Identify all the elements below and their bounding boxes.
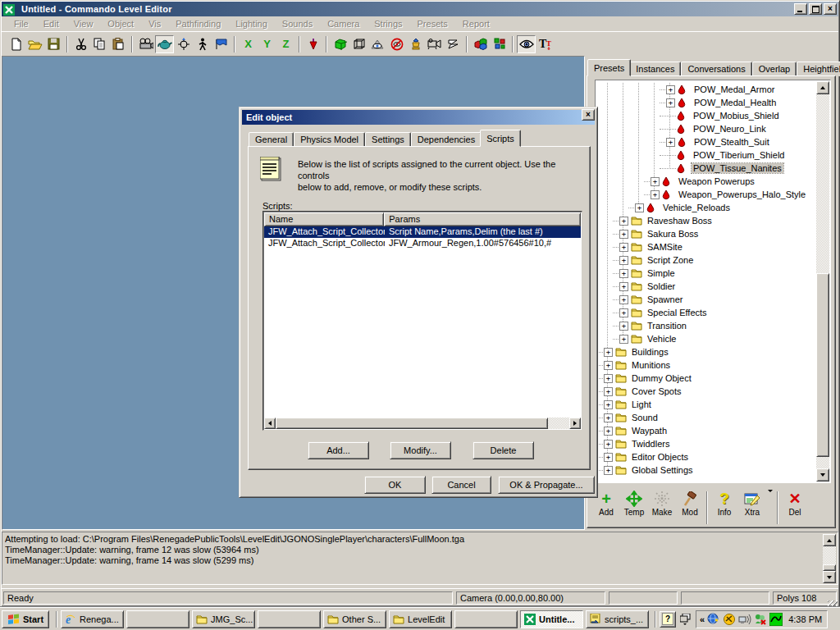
tree-item-pow-mobius-shield[interactable]: POW_Mobius_Shield (596, 109, 816, 122)
tree-item-sakura-boss[interactable]: +Sakura Boss (596, 227, 816, 240)
panel-tab-overlap[interactable]: Overlap (752, 62, 797, 76)
expand-toggle[interactable]: + (604, 466, 613, 475)
tree-item-label[interactable]: Sound (630, 413, 660, 422)
expand-toggle[interactable]: + (666, 98, 675, 107)
tree-item-editor-objects[interactable]: +Editor Objects (596, 450, 816, 463)
tree-item-waypath[interactable]: +Waypath (596, 424, 816, 437)
toolbar-cube-solid-button[interactable] (331, 35, 349, 53)
tree-item-label[interactable]: Vehicle_Reloads (661, 203, 732, 212)
task-button-scripts-[interactable]: scripts_... (586, 610, 649, 628)
script-row[interactable]: JFW_Attach_Script_CollectorJFW_Armour_Re… (264, 238, 581, 249)
menu-object[interactable]: Object (100, 17, 141, 30)
expand-toggle[interactable]: + (666, 85, 675, 94)
menu-strings[interactable]: Strings (367, 17, 409, 30)
expand-toggle[interactable]: + (651, 177, 660, 186)
tree-item-pow-tiberium-shield[interactable]: POW_Tiberium_Shield (596, 148, 816, 162)
log-scroll-down[interactable] (823, 571, 836, 583)
tree-item-label[interactable]: POW_Medal_Armor (692, 84, 776, 94)
tree-item-pow-tissue-nanites[interactable]: POW_Tissue_Nanites (596, 162, 816, 175)
tree-item-label[interactable]: Waypath (630, 426, 669, 436)
menu-sounds[interactable]: Sounds (275, 17, 320, 30)
tree-item-label[interactable]: Spawner (646, 294, 684, 304)
tree-item-script-zone[interactable]: +Script Zone (596, 253, 816, 267)
network-activity-icon[interactable] (738, 613, 751, 626)
tree-item-label[interactable]: Sakura Boss (646, 229, 700, 239)
expand-toggle[interactable]: + (604, 427, 613, 436)
toolbar-cube-wire-button[interactable] (349, 35, 368, 53)
cancel-button[interactable]: Cancel (431, 476, 491, 494)
menu-lighting[interactable]: Lighting (228, 17, 275, 30)
toolbar-paste-button[interactable] (109, 35, 128, 53)
expand-toggle[interactable]: + (619, 217, 628, 226)
toolbar-polygon-button[interactable] (444, 35, 463, 53)
tree-item-label[interactable]: Script Zone (646, 255, 695, 265)
log-scroll-track[interactable] (823, 546, 836, 564)
tree-item-sound[interactable]: +Sound (596, 411, 816, 424)
tree-item-label[interactable]: Soldier (646, 281, 677, 291)
toolbar-eye-select-button[interactable] (368, 35, 387, 53)
tree-item-label[interactable]: Special Effects (646, 308, 709, 317)
tree-item-raveshaw-boss[interactable]: +Raveshaw Boss (596, 214, 816, 227)
tree-item-label[interactable]: POW_Mobius_Shield (692, 111, 781, 121)
expand-toggle[interactable]: + (619, 230, 628, 239)
tree-item-soldier[interactable]: +Soldier (596, 280, 816, 293)
toolbar-save-button[interactable] (44, 35, 63, 53)
task-button-empty[interactable] (126, 610, 189, 628)
start-button[interactable]: Start (2, 610, 49, 628)
toolbar-eye-off-button[interactable] (387, 35, 406, 53)
toolbar-visibility-button[interactable] (517, 35, 536, 53)
toolbar-teapot-button[interactable] (155, 35, 174, 53)
list-scroll-track[interactable] (548, 418, 569, 429)
tree-item-twiddlers[interactable]: +Twiddlers (596, 437, 816, 450)
expand-toggle[interactable]: + (604, 387, 613, 396)
menu-camera[interactable]: Camera (320, 17, 367, 30)
tree-item-label[interactable]: Global Settings (630, 465, 695, 475)
menu-pathfinding[interactable]: Pathfinding (168, 17, 228, 30)
expand-toggle[interactable]: + (604, 413, 613, 422)
tree-item-label[interactable]: POW_Stealth_Suit (692, 137, 771, 147)
tree-item-pow-neuro-link[interactable]: POW_Neuro_Link (596, 122, 816, 135)
modify-script-button[interactable]: Modify... (390, 441, 451, 459)
toolbar-cut-button[interactable] (71, 35, 90, 53)
tree-item-label[interactable]: Munitions (630, 360, 672, 370)
preset-xtra-button[interactable]: Xtra (738, 490, 766, 517)
tree-item-spawner[interactable]: +Spawner (596, 293, 816, 306)
expand-toggle[interactable]: + (651, 190, 660, 199)
ok-propagate-button[interactable]: OK & Propagate... (498, 476, 595, 494)
toolbar-screen-camera-button[interactable] (136, 35, 155, 53)
toolbar-walk-button[interactable] (193, 35, 212, 53)
preset-del-button[interactable]: ✕Del (781, 490, 809, 517)
dialog-tab-dependencies[interactable]: Dependencies (411, 132, 482, 147)
tree-item-label[interactable]: POW_Tiberium_Shield (692, 150, 786, 160)
tree-scroll-up[interactable] (816, 81, 829, 94)
panel-tab-instances[interactable]: Instances (629, 62, 681, 76)
list-scroll-right[interactable] (569, 418, 581, 429)
script-row[interactable]: JFW_Attach_Script_CollectorScript Name,P… (264, 226, 581, 238)
preset-mod-button[interactable]: Mod (676, 490, 704, 517)
toolbar-orbit-button[interactable] (174, 35, 193, 53)
add-script-button[interactable]: Add... (308, 441, 369, 459)
sound-wave-icon[interactable] (769, 613, 783, 626)
expand-toggle[interactable]: + (619, 282, 628, 291)
tree-item-samsite[interactable]: +SAMSite (596, 240, 816, 253)
expand-toggle[interactable]: + (604, 440, 613, 449)
minimize-button[interactable] (794, 3, 807, 15)
desktop-quick-button[interactable] (676, 610, 694, 628)
messenger-offline-icon[interactable] (754, 613, 767, 626)
toolbar-ungroup-cubes-button[interactable] (490, 35, 509, 53)
delete-script-button[interactable]: Delete (472, 441, 534, 459)
expand-toggle[interactable]: + (666, 138, 675, 147)
task-button-empty[interactable] (454, 610, 518, 628)
task-button-renega-[interactable]: eRenega... (61, 610, 124, 628)
tree-item-global-settings[interactable]: +Global Settings (596, 463, 816, 477)
maximize-button[interactable] (809, 3, 822, 15)
expand-toggle[interactable]: + (619, 322, 628, 331)
task-button-other-s-[interactable]: Other S... (323, 610, 386, 628)
toolbar-axis-x-button[interactable]: X (239, 35, 258, 53)
tree-item-label[interactable]: Simple (646, 268, 677, 278)
tree-item-label[interactable]: Transition (646, 321, 688, 331)
ok-button[interactable]: OK (364, 476, 426, 494)
task-button-untitle-[interactable]: Untitle... (520, 610, 583, 628)
tree-scroll-thumb[interactable] (816, 273, 829, 457)
task-button-empty[interactable] (258, 610, 321, 628)
